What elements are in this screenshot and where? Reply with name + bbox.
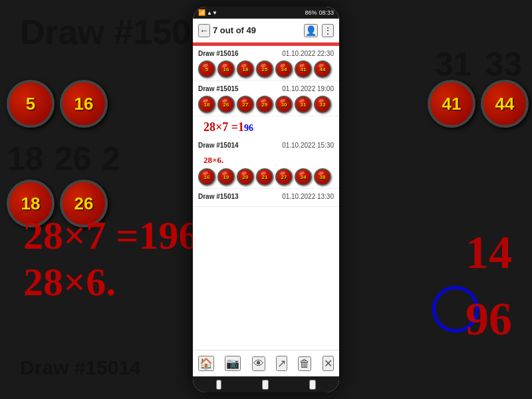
- balls-row-15016: 5 16 18 25 34 41 44: [198, 61, 334, 78]
- ball-15014-2: 19: [217, 168, 235, 186]
- ball-15015-2: 26: [217, 96, 235, 113]
- status-left: 📶 ▲▼: [198, 9, 217, 16]
- back-button[interactable]: ←: [198, 24, 210, 37]
- bg-num-31: 31: [435, 45, 472, 84]
- trash-nav-button[interactable]: 🗑: [298, 356, 311, 371]
- annotation-line1: 28×7 =196: [198, 118, 334, 136]
- more-button[interactable]: ⋮: [322, 24, 334, 37]
- phone-screen: 📶 ▲▼ 86% 08:33 ← 7 out of 49 👤 ⋮ Draw #1…: [193, 7, 339, 392]
- eye-nav-button[interactable]: 👁: [252, 356, 265, 371]
- bg-handwriting-2: 28×6.: [23, 259, 116, 305]
- battery-text: 86%: [305, 9, 317, 16]
- ball-15015-4: 29: [256, 96, 273, 113]
- ball-15014-5: 27: [275, 168, 293, 186]
- ball-15016-1: 5: [198, 61, 215, 78]
- draw-date-15013: 01.10.2022 13:30: [282, 193, 334, 200]
- bg-left-numbers: 18 26 2: [7, 140, 120, 178]
- draw-header-15014: Draw #15014 01.10.2022 15:30: [198, 142, 334, 149]
- bg-ball-2: 16: [60, 80, 108, 128]
- signal-text: ▲▼: [207, 10, 217, 16]
- draw-header-15013: Draw #15013 01.10.2022 13:30: [198, 193, 334, 200]
- draw-date-15014: 01.10.2022 15:30: [282, 142, 334, 149]
- ball-15016-4: 25: [256, 61, 273, 78]
- android-recent-button[interactable]: □: [309, 380, 316, 390]
- balls-row-15014: 16 19 20 21 27 34 38: [198, 168, 334, 186]
- bg-balls-right: 41 44: [428, 80, 529, 128]
- draw-section-15014: Draw #15014 01.10.2022 15:30 28×6. 16 19…: [193, 138, 339, 190]
- ball-15014-4: 21: [256, 168, 273, 186]
- close-nav-button[interactable]: ✕: [323, 356, 334, 371]
- bg-bottom-draw: Draw #15014: [20, 356, 141, 379]
- bg-num-18: 18: [7, 140, 44, 178]
- draw-header-15016: Draw #15016 01.10.2022 22:30: [198, 50, 334, 57]
- draw-header-15015: Draw #15015 01.10.2022 19:00: [198, 85, 334, 92]
- ball-15015-7: 33: [314, 96, 331, 113]
- ball-15014-3: 20: [237, 168, 254, 186]
- balls-row-15015: 18 26 27 29 30 31 33: [198, 96, 334, 113]
- bg-number-96: 96: [466, 293, 512, 346]
- draw-date-15015: 01.10.2022 19:00: [282, 85, 334, 92]
- header-icons: 👤 ⋮: [304, 24, 334, 37]
- ball-15015-5: 30: [275, 96, 293, 113]
- ball-15016-7: 44: [314, 61, 331, 78]
- bg-handwriting-1: 28×7 =196: [23, 213, 198, 259]
- ball-15016-2: 16: [217, 61, 235, 78]
- draw-section-15016: Draw #15016 01.10.2022 22:30 5 16 18 25 …: [193, 46, 339, 81]
- draw-number-15015: Draw #15015: [198, 85, 239, 92]
- header-title: 7 out of 49: [213, 25, 256, 35]
- home-nav-button[interactable]: 🏠: [198, 356, 214, 371]
- camera-nav-button[interactable]: 📷: [225, 356, 241, 371]
- time-text: 08:33: [319, 9, 334, 16]
- ball-15015-3: 27: [237, 96, 254, 113]
- status-bar: 📶 ▲▼ 86% 08:33: [193, 7, 339, 19]
- annotation-area: 28×7 =196: [193, 116, 339, 138]
- annotation-line2: 28×6.: [198, 152, 334, 167]
- draw-number-15014: Draw #15014: [198, 142, 239, 149]
- bg-ball-1: 5: [7, 80, 55, 128]
- ball-15015-6: 31: [295, 96, 312, 113]
- android-home-button[interactable]: ○: [262, 380, 269, 390]
- content-area[interactable]: Draw #15016 01.10.2022 22:30 5 16 18 25 …: [193, 46, 339, 350]
- draw-section-15013: Draw #15013 01.10.2022 13:30: [193, 189, 339, 207]
- bg-number-14: 14: [466, 226, 512, 279]
- bg-num-33: 33: [485, 45, 522, 84]
- bg-num-2: 2: [102, 140, 120, 178]
- bottom-toolbar: 🏠 📷 👁 ↗ 🗑 ✕: [193, 350, 339, 376]
- ball-15016-6: 41: [295, 61, 312, 78]
- ball-15016-3: 18: [237, 61, 254, 78]
- signal-icon: 📶: [198, 9, 205, 16]
- ball-15016-5: 34: [275, 61, 293, 78]
- status-right: 86% 08:33: [305, 9, 334, 16]
- ball-15014-6: 34: [295, 168, 312, 186]
- header-left: ← 7 out of 49: [198, 24, 256, 37]
- bg-num-26: 26: [55, 140, 92, 178]
- android-nav-bar: ‹ ○ □: [193, 376, 339, 392]
- profile-button[interactable]: 👤: [304, 24, 318, 37]
- draw-date-15016: 01.10.2022 22:30: [282, 50, 334, 57]
- ball-15015-1: 18: [198, 96, 215, 113]
- bg-right-numbers: 31 33: [435, 45, 522, 84]
- app-header: ← 7 out of 49 👤 ⋮: [193, 19, 339, 43]
- bg-ball-right-2: 44: [481, 80, 529, 128]
- draw-section-15015: Draw #15015 01.10.2022 19:00 18 26 27 29…: [193, 81, 339, 116]
- bg-ball-right-1: 41: [428, 80, 475, 128]
- draw-number-15016: Draw #15016: [198, 50, 239, 57]
- ball-15014-1: 16: [198, 168, 215, 186]
- android-back-button[interactable]: ‹: [216, 380, 221, 390]
- ball-15014-7: 38: [314, 168, 331, 186]
- bg-balls-row1: 5 16: [7, 80, 108, 128]
- share-nav-button[interactable]: ↗: [276, 356, 287, 371]
- draw-number-15013: Draw #15013: [198, 193, 239, 200]
